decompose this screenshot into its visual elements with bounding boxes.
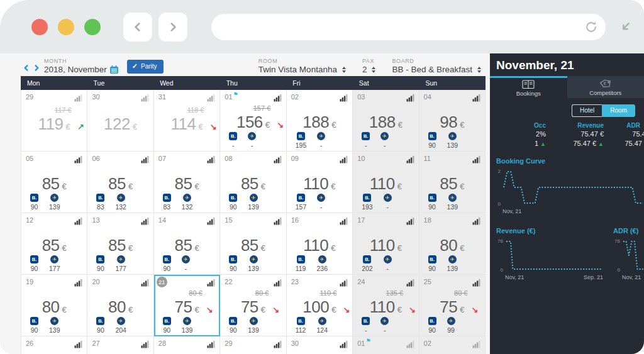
- stats-bars-icon[interactable]: [406, 340, 414, 351]
- stats-bars-icon[interactable]: [472, 278, 480, 289]
- expedia-icon: ✈: [317, 132, 325, 140]
- calendar-day-cell[interactable]: 03188€B.-✈-: [353, 90, 419, 152]
- stats-bars-icon[interactable]: [207, 340, 215, 351]
- calendar-icon[interactable]: [110, 65, 118, 74]
- stats-bars-icon[interactable]: [74, 216, 82, 228]
- stats-bars-icon[interactable]: [274, 340, 282, 351]
- stats-bars-icon[interactable]: [141, 340, 149, 351]
- calendar-day-cell[interactable]: 0885€B.90✈139: [220, 152, 286, 213]
- resize-arrow-icon[interactable]: [619, 21, 631, 33]
- stats-bars-icon[interactable]: [406, 278, 414, 289]
- calendar-day-cell[interactable]: 1185€B.90✈139: [419, 152, 486, 213]
- stats-bars-icon[interactable]: [141, 278, 149, 289]
- calendar-day-cell[interactable]: 31118 €114€↘: [154, 90, 220, 152]
- currency-symbol: €: [133, 122, 137, 131]
- calendar-day-cell[interactable]: 27: [87, 336, 153, 354]
- stats-bars-icon[interactable]: [207, 278, 215, 289]
- stats-bars-icon[interactable]: [472, 216, 480, 228]
- calendar-day-cell[interactable]: 2180 €75€↘B.90✈139: [154, 275, 220, 336]
- stats-bars-icon[interactable]: [472, 93, 480, 104]
- room-select[interactable]: Twin Vista Montanha: [258, 65, 346, 74]
- stats-bars-icon[interactable]: [74, 340, 82, 351]
- chart-title: Booking Curve: [490, 148, 644, 169]
- calendar-day-cell[interactable]: 28: [154, 336, 220, 354]
- stats-bars-icon[interactable]: [406, 155, 414, 166]
- stats-bars-icon[interactable]: [340, 216, 348, 228]
- currency-symbol: €: [397, 305, 402, 314]
- stats-bars-icon[interactable]: [274, 155, 282, 166]
- close-window-button[interactable]: [31, 19, 48, 35]
- calendar-day-cell[interactable]: 01⚑: [353, 336, 419, 354]
- calendar-day-cell[interactable]: 17110€B.202✈-: [353, 213, 419, 275]
- stats-bars-icon[interactable]: [406, 93, 414, 104]
- stats-bars-icon[interactable]: [74, 93, 82, 104]
- calendar-day-cell[interactable]: 1980€B.90✈139: [21, 275, 87, 336]
- board-select[interactable]: BB - Bed & Breakfast: [392, 65, 481, 74]
- stats-bars-icon[interactable]: [207, 93, 215, 104]
- stats-bars-icon[interactable]: [74, 278, 82, 289]
- stats-bars-icon[interactable]: [74, 155, 82, 166]
- calendar-day-cell[interactable]: 09110€B.157✈-: [287, 152, 353, 213]
- calendar-day-cell[interactable]: 0498€B.90✈139: [419, 90, 486, 152]
- parity-button[interactable]: ✓Parity: [127, 60, 164, 74]
- month-value[interactable]: 2018, November: [44, 65, 107, 74]
- calendar-day-cell[interactable]: 0685€B.83✈132: [87, 152, 153, 213]
- calendar-day-cell[interactable]: 1385€B.90✈177: [87, 213, 153, 275]
- calendar-day-cell[interactable]: 1585€B.90✈139: [220, 213, 286, 275]
- calendar-day-cell[interactable]: 0585€B.90✈139: [21, 152, 87, 213]
- day-number: 20: [92, 278, 99, 285]
- back-button[interactable]: [123, 13, 152, 41]
- stats-bars-icon[interactable]: [472, 340, 480, 351]
- tab-competitors[interactable]: € Competitors: [567, 76, 644, 98]
- calendar-day-cell[interactable]: 26: [21, 336, 87, 354]
- calendar-day-cell[interactable]: 2080€B.90✈204: [87, 275, 153, 336]
- minimize-window-button[interactable]: [58, 19, 74, 35]
- calendar-day-cell[interactable]: 1485€B.90✈-: [154, 213, 220, 275]
- stats-bars-icon[interactable]: [340, 93, 348, 104]
- stats-bars-icon[interactable]: [274, 278, 282, 289]
- calendar-day-cell[interactable]: 02188€B.195✈-: [287, 90, 353, 152]
- check-icon: ✓: [132, 62, 138, 70]
- stats-bars-icon[interactable]: [340, 340, 348, 351]
- calendar-day-cell[interactable]: 29117 €119€↗: [21, 90, 87, 152]
- stats-bars-icon[interactable]: [340, 278, 348, 289]
- calendar-day-cell[interactable]: 16110€B.119✈236: [287, 213, 353, 275]
- calendar-day-cell[interactable]: 2580 €75€↘B.90✈99: [419, 275, 486, 336]
- stats-bars-icon[interactable]: [406, 216, 414, 228]
- stats-bars-icon[interactable]: [207, 155, 215, 166]
- address-bar[interactable]: [211, 14, 606, 40]
- maximize-window-button[interactable]: [84, 19, 101, 35]
- price-value: 100: [303, 297, 329, 317]
- stats-bars-icon[interactable]: [340, 155, 348, 166]
- booking-icon: B.: [229, 255, 237, 263]
- calendar-day-cell[interactable]: 1880€B.90✈139: [419, 213, 486, 275]
- stats-bars-icon[interactable]: [207, 216, 215, 228]
- calendar-day-cell[interactable]: 2280 €75€↘B.90✈139: [220, 275, 286, 336]
- calendar-day-cell[interactable]: 30122€: [87, 90, 153, 152]
- calendar-day-cell[interactable]: 24135 €110€↘B.-✈-: [353, 275, 419, 336]
- stats-bars-icon[interactable]: [141, 216, 149, 228]
- stats-bars-icon[interactable]: [472, 155, 480, 166]
- pax-select[interactable]: 2: [362, 65, 376, 74]
- next-month-button[interactable]: [33, 64, 40, 72]
- day-number: 13: [92, 216, 99, 224]
- calendar-day-cell[interactable]: 1285€B.90✈177: [21, 213, 87, 275]
- toggle-room[interactable]: Room: [602, 104, 635, 117]
- calendar-day-cell[interactable]: 0785€B.83✈132: [154, 152, 220, 213]
- calendar-day-cell[interactable]: 30: [287, 336, 353, 354]
- toggle-hotel[interactable]: Hotel: [572, 104, 602, 117]
- tab-bookings[interactable]: Bookings: [490, 76, 567, 98]
- calendar-day-cell[interactable]: 23110 €100€↘B.112✈124: [287, 275, 353, 336]
- calendar-day-cell[interactable]: 10110€B.193✈-: [353, 152, 419, 213]
- calendar-day-cell[interactable]: 02: [419, 336, 486, 354]
- calendar-day-cell[interactable]: 01⚑157 €156€↘B.-✈-: [220, 90, 286, 152]
- stats-bars-icon[interactable]: [274, 216, 282, 228]
- prev-month-button[interactable]: [23, 64, 30, 72]
- url-input[interactable]: [219, 14, 584, 40]
- stats-bars-icon[interactable]: [141, 155, 149, 166]
- stats-bars-icon[interactable]: [274, 93, 282, 104]
- stats-bars-icon[interactable]: [141, 93, 149, 104]
- forward-button[interactable]: [158, 13, 187, 41]
- refresh-icon[interactable]: [584, 20, 598, 34]
- calendar-day-cell[interactable]: 29: [220, 336, 286, 354]
